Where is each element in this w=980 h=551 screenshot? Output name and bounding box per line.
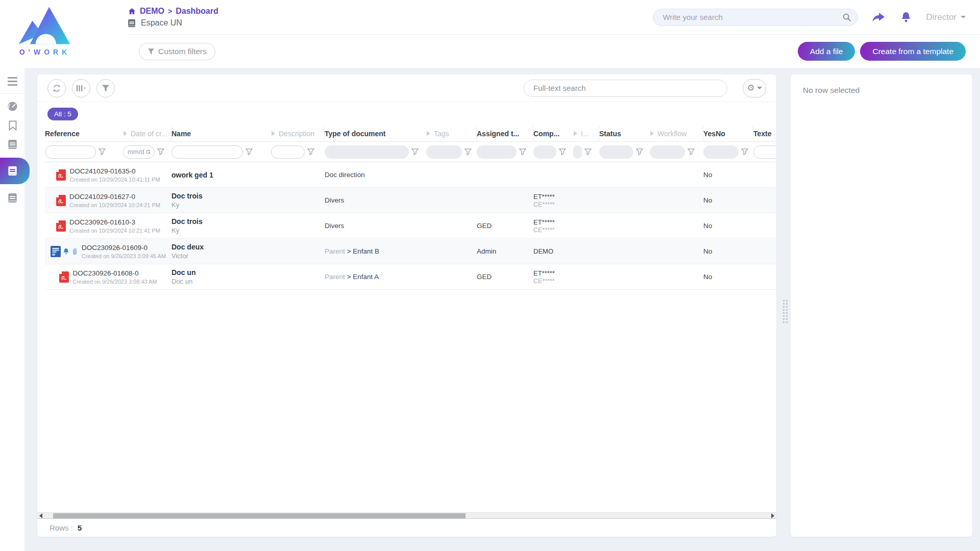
filter-input-name[interactable] [172,145,243,159]
custom-filters-button[interactable]: Custom filters [139,43,215,60]
table-row[interactable]: DOC230926-01610-3Created on 10/29/2024 1… [45,213,776,239]
table-row[interactable]: DOC241029-01627-0Created on 10/29/2024 1… [45,188,776,213]
sidebar-menu-toggle[interactable] [0,72,25,90]
filter-select-workflow[interactable] [650,145,685,159]
type-parent[interactable]: Parent [325,273,345,281]
filter-menu-button-workflow[interactable] [688,148,695,155]
row-file-icons [56,220,66,232]
type-parent[interactable]: Parent [325,247,345,255]
table-filter-row: mm/d [45,142,776,162]
filter-menu-button-tags[interactable] [464,148,472,155]
filter-select-tags[interactable] [426,145,462,159]
cell-assigned [477,188,533,213]
refresh-button[interactable] [47,79,66,97]
filter-select-i[interactable] [573,145,582,159]
scroll-right-arrow[interactable] [771,513,774,518]
column-label: Status [599,130,621,138]
sidebar-item-documents[interactable] [0,135,25,154]
columns-button[interactable] [72,79,90,97]
column-header-i[interactable]: I... [573,126,599,141]
cell-texte [753,162,776,187]
home-icon[interactable] [128,7,136,15]
filter-select-yesno[interactable] [703,145,739,159]
add-file-button[interactable]: Add a file [798,42,855,61]
filter-input-reference[interactable] [45,145,96,159]
space-label: Espace UN [141,18,182,28]
share-icon[interactable] [872,11,885,23]
filter-menu-button-comp[interactable] [559,148,566,155]
filter-menu-button-name[interactable] [246,148,253,155]
top-bar: O'WORK DEMO > Dashboard Espace UN [0,0,980,68]
doc-subtitle: Victor [172,252,271,260]
filter-menu-button-i[interactable] [584,148,592,155]
column-header-reference[interactable]: Reference [45,126,123,141]
cell-yesno: No [703,264,753,289]
panel-splitter-handle[interactable] [783,300,788,323]
sidebar-item-ged-active[interactable] [0,158,30,184]
filter-input-texte[interactable] [753,145,776,159]
scroll-left-arrow[interactable] [39,513,42,518]
fulltext-search[interactable] [524,80,727,97]
filter-select-comp[interactable] [533,145,556,159]
column-header-comp[interactable]: Comp... [533,126,573,141]
filter-cell-description [271,142,325,162]
app-logo[interactable]: O'WORK [9,4,81,61]
column-header-texte[interactable]: Texte [753,126,776,141]
column-label: Comp... [533,130,559,138]
table-settings-button[interactable]: ⚙ [743,79,766,97]
column-header-date[interactable]: Date of cr... [123,126,172,141]
search-icon[interactable] [842,13,851,22]
table-row[interactable]: DOC241029-01635-0Created on 10/29/2024 1… [45,162,776,188]
reference-text: DOC241029-01635-0 [69,167,160,175]
filter-menu-button-yesno[interactable] [741,148,748,155]
column-header-name[interactable]: Name [172,126,271,141]
cell-yesno: No [703,162,753,187]
column-header-workflow[interactable]: Workflow [650,126,703,141]
global-search[interactable] [653,9,858,26]
breadcrumb-root[interactable]: DEMO [140,7,164,16]
filter-menu-button-reference[interactable] [99,148,106,155]
sidebar-item-dashboard[interactable] [0,97,25,116]
user-menu[interactable]: Director [926,12,966,22]
breadcrumb-separator: > [168,7,172,15]
filter-menu-button-description[interactable] [307,148,314,155]
funnel-filter-icon [157,148,164,155]
fulltext-search-input[interactable] [533,84,718,92]
filter-menu-button-status[interactable] [636,148,643,155]
filter-select-status[interactable] [599,145,633,159]
table-row[interactable]: wDOC230926-01609-0Created on 9/26/2023 3… [45,239,776,264]
rows-label: Rows : [50,523,73,532]
column-header-tags[interactable]: Tags [426,126,477,141]
column-header-yesno[interactable]: YesNo [703,126,753,141]
reference-text: DOC241029-01627-0 [69,193,160,201]
filter-button[interactable] [96,79,115,97]
sidebar-item-bookmarks[interactable] [0,116,25,135]
cell-yesno: No [703,239,753,264]
table-footer: Rows : 5 [37,519,776,537]
filter-cell-status [599,142,650,162]
filter-menu-button-type[interactable] [411,148,419,155]
filter-select-type[interactable] [325,145,409,159]
create-from-template-button[interactable]: Create from a template [860,42,966,61]
scrollbar-thumb[interactable] [53,513,465,518]
filter-select-assigned[interactable] [477,145,517,159]
filter-menu-button-assigned[interactable] [519,148,526,155]
column-header-assigned[interactable]: Assigned t... [477,126,533,141]
filter-menu-button-date[interactable] [157,148,164,155]
table-row[interactable]: DOC230926-01608-0Created on 9/26/2023 3:… [45,264,776,290]
column-header-description[interactable]: Description [271,126,325,141]
filter-input-description[interactable] [271,145,305,159]
global-search-input[interactable] [663,13,842,21]
sidebar-item-archives[interactable] [0,188,25,207]
horizontal-scrollbar[interactable] [37,512,776,519]
user-menu-label: Director [926,12,957,22]
column-header-status[interactable]: Status [599,126,650,141]
cell-assigned: Admin [477,239,533,264]
breadcrumb-current[interactable]: Dashboard [176,7,218,16]
filter-cell-date: mm/d [123,142,172,162]
created-on-text: Created on 10/29/2024 10:41:11 PM [69,177,160,183]
tab-all-badge[interactable]: All : 5 [47,108,78,120]
filter-input-date[interactable]: mm/d [123,145,155,159]
column-header-type[interactable]: Type of document [325,126,426,141]
bell-icon[interactable] [900,11,912,23]
